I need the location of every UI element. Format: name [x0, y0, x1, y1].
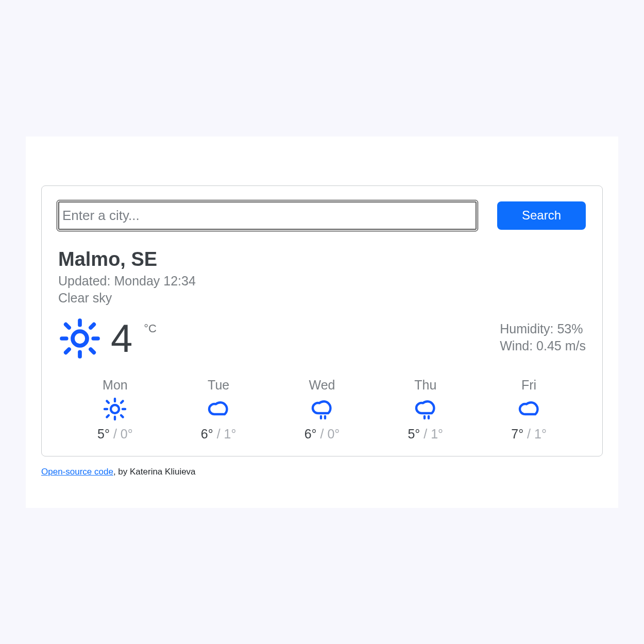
- forecast-row: Mon 5° / 0° Tue 6° / 1° Wed 6° / 0°: [58, 378, 586, 442]
- forecast-icon: [517, 397, 541, 421]
- svg-point-0: [73, 331, 87, 346]
- current-row: 4 °C Humidity: 53% Wind: 0.45 m/s: [58, 317, 586, 360]
- temp-high: 6°: [201, 427, 213, 441]
- svg-line-16: [107, 415, 109, 417]
- day-temps: 7° / 1°: [477, 427, 581, 442]
- footer-tail: , by Katerina Kliuieva: [113, 467, 196, 477]
- day-label: Wed: [270, 378, 374, 393]
- page: Search Malmo, SE Updated: Monday 12:34 C…: [26, 137, 618, 508]
- location-title: Malmo, SE: [58, 248, 586, 270]
- description-line: Clear sky: [58, 291, 586, 306]
- forecast-day: Fri 7° / 1°: [477, 378, 581, 442]
- current-temp: 4: [111, 319, 132, 358]
- forecast-day: Tue 6° / 1°: [167, 378, 270, 442]
- city-input[interactable]: [58, 201, 477, 230]
- temp-low: 1°: [431, 427, 443, 441]
- day-label: Thu: [374, 378, 477, 393]
- humidity-line: Humidity: 53%: [500, 321, 586, 336]
- forecast-icon: [310, 397, 334, 421]
- day-temps: 6° / 1°: [167, 427, 270, 442]
- svg-line-13: [121, 415, 123, 417]
- forecast-day: Wed 6° / 0°: [270, 378, 374, 442]
- day-label: Mon: [63, 378, 167, 393]
- svg-line-3: [66, 324, 69, 327]
- day-temps: 6° / 0°: [270, 427, 374, 442]
- temp-unit: °C: [144, 322, 157, 335]
- day-label: Tue: [167, 378, 270, 393]
- search-row: Search: [58, 201, 586, 230]
- weather-card: Search Malmo, SE Updated: Monday 12:34 C…: [41, 185, 603, 456]
- svg-line-17: [121, 401, 123, 403]
- day-temps: 5° / 1°: [374, 427, 477, 442]
- svg-line-8: [91, 324, 94, 327]
- forecast-day: Mon 5° / 0°: [63, 378, 167, 442]
- svg-line-12: [107, 401, 109, 403]
- temp-low: 1°: [224, 427, 236, 441]
- day-temps: 5° / 0°: [63, 427, 167, 442]
- search-button[interactable]: Search: [497, 201, 586, 230]
- temp-low: 0°: [327, 427, 340, 441]
- forecast-day: Thu 5° / 1°: [374, 378, 477, 442]
- svg-point-9: [111, 405, 119, 413]
- footer: Open-source code, by Katerina Kliuieva: [41, 467, 603, 477]
- temp-high: 5°: [97, 427, 110, 441]
- open-source-link[interactable]: Open-source code: [41, 467, 113, 477]
- temp-low: 1°: [534, 427, 547, 441]
- forecast-icon: [103, 397, 127, 421]
- temp-low: 0°: [121, 427, 133, 441]
- updated-line: Updated: Monday 12:34: [58, 274, 586, 289]
- current-stats: Humidity: 53% Wind: 0.45 m/s: [500, 321, 586, 355]
- wind-line: Wind: 0.45 m/s: [500, 338, 586, 353]
- temp-high: 7°: [511, 427, 523, 441]
- forecast-icon: [413, 397, 438, 421]
- svg-line-7: [66, 349, 69, 352]
- sun-icon: [58, 317, 101, 360]
- temp-high: 6°: [304, 427, 317, 441]
- forecast-icon: [206, 397, 231, 421]
- svg-line-4: [91, 349, 94, 352]
- current-left: 4 °C: [58, 317, 157, 360]
- day-label: Fri: [477, 378, 581, 393]
- temp-high: 5°: [408, 427, 420, 441]
